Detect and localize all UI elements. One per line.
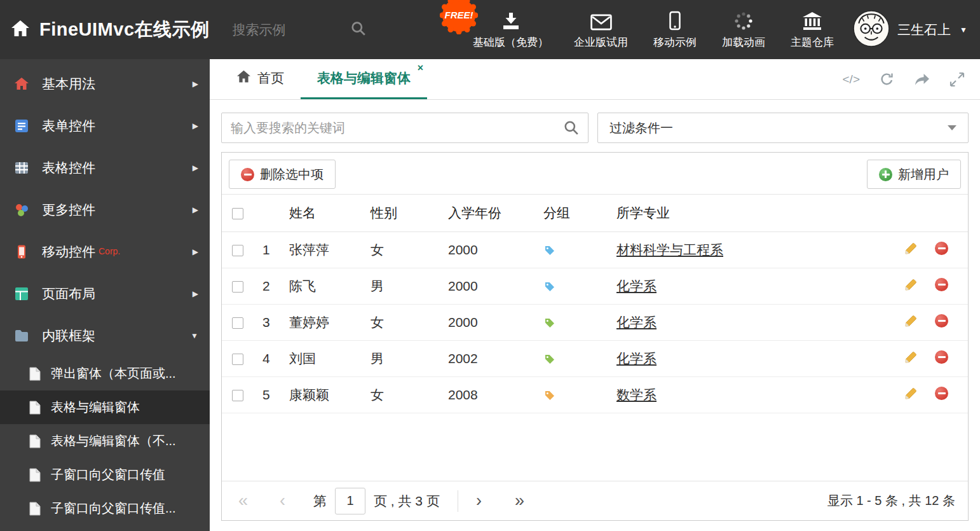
user-menu[interactable]: 三生石上 ▼: [853, 10, 967, 50]
cell-name: 康颖颖: [284, 377, 365, 413]
last-page-button[interactable]: »: [515, 492, 524, 509]
keyword-search: [221, 113, 589, 143]
header-search-input[interactable]: [233, 22, 322, 38]
page-number-group: 第 页 , 共 3 页: [313, 488, 440, 514]
share-icon[interactable]: [914, 72, 930, 86]
sidebar-subitem-label: 弹出窗体（本页面或...: [51, 365, 176, 382]
refresh-icon[interactable]: [879, 72, 895, 87]
prev-page-button[interactable]: ‹: [280, 492, 285, 509]
brand[interactable]: FineUIMvc在线示例: [10, 17, 210, 43]
row-checkbox[interactable]: [232, 354, 243, 365]
nav-enterprise-trial[interactable]: 企业版试用: [574, 10, 628, 50]
cell-name: 张萍萍: [284, 232, 365, 268]
major-link[interactable]: 材料科学与工程系: [616, 242, 723, 257]
search-icon[interactable]: [564, 120, 579, 135]
mobile-icon: [669, 10, 681, 31]
nav-basic-free[interactable]: FREE! 基础版（免费）: [473, 10, 548, 50]
home-icon: [10, 20, 31, 40]
sidebar-subitem-grid-edit-window-2[interactable]: 表格与编辑窗体（不...: [0, 424, 210, 458]
app-title: FineUIMvc在线示例: [39, 17, 210, 43]
top-header: FineUIMvc在线示例 FREE! 基础版（免费）: [0, 0, 980, 59]
edit-icon[interactable]: [904, 315, 917, 328]
page-number-input[interactable]: [335, 488, 365, 514]
delete-icon[interactable]: [935, 242, 948, 255]
layout-icon: [14, 286, 31, 301]
select-all-checkbox[interactable]: [232, 208, 243, 219]
filter-dropdown[interactable]: 过滤条件一: [597, 113, 969, 143]
next-page-button[interactable]: ›: [476, 492, 482, 509]
sidebar-item-label: 基本用法: [42, 75, 95, 93]
row-index: 4: [257, 341, 284, 377]
sidebar-item-mobile-controls[interactable]: 移动控件 Corp. ▶: [0, 231, 210, 273]
edit-icon[interactable]: [904, 279, 917, 291]
avatar: [853, 10, 890, 50]
delete-icon[interactable]: [935, 314, 948, 328]
column-header-group: 分组: [538, 195, 611, 232]
cell-gender: 男: [365, 268, 443, 305]
filter-dropdown-value: 过滤条件一: [609, 120, 673, 137]
major-link[interactable]: 化学系: [616, 315, 657, 329]
first-page-button[interactable]: «: [238, 492, 248, 509]
sidebar-subitem-grid-edit-window[interactable]: 表格与编辑窗体: [0, 390, 210, 424]
edit-icon[interactable]: [904, 242, 917, 255]
row-checkbox[interactable]: [232, 317, 243, 329]
tab-home[interactable]: 首页: [220, 59, 301, 99]
sidebar-item-label: 页面布局: [42, 285, 95, 303]
major-link[interactable]: 化学系: [616, 279, 657, 293]
grid-panel: 删除选中项 新增用户 姓名: [221, 152, 969, 521]
delete-selected-button[interactable]: 删除选中项: [229, 160, 336, 189]
sidebar-subitem-child-to-parent-2[interactable]: 子窗口向父窗口传值...: [0, 492, 210, 525]
sidebar-item-page-layout[interactable]: 页面布局 ▶: [0, 273, 210, 315]
delete-icon[interactable]: [935, 350, 948, 364]
edit-icon[interactable]: [904, 351, 917, 364]
tab-tools: </>: [843, 59, 965, 99]
tab-grid-edit-window[interactable]: 表格与编辑窗体 ×: [301, 59, 427, 99]
close-tab-icon[interactable]: ×: [418, 63, 423, 73]
row-checkbox[interactable]: [232, 245, 243, 256]
table-icon: [14, 160, 31, 176]
add-user-button[interactable]: 新增用户: [867, 160, 961, 189]
delete-icon[interactable]: [935, 387, 948, 400]
tag-icon: [543, 389, 556, 402]
sidebar-subitem-popup-window[interactable]: 弹出窗体（本页面或...: [0, 357, 210, 390]
major-link[interactable]: 化学系: [616, 351, 657, 366]
edit-icon[interactable]: [904, 387, 917, 400]
file-icon: [29, 367, 41, 381]
row-index: 3: [257, 305, 284, 341]
delete-icon[interactable]: [935, 278, 948, 291]
row-checkbox[interactable]: [232, 281, 243, 293]
tag-icon: [543, 280, 556, 293]
bank-icon: [802, 10, 822, 31]
cell-name: 刘国: [284, 341, 365, 377]
sidebar-item-more-controls[interactable]: 更多控件 ▶: [0, 189, 210, 231]
column-header-name: 姓名: [284, 195, 365, 232]
search-icon[interactable]: [351, 21, 366, 39]
main-content: 首页 表格与编辑窗体 × </>: [210, 59, 980, 531]
sidebar-item-form-controls[interactable]: 表单控件 ▶: [0, 105, 210, 147]
nav-mobile-demo[interactable]: 移动示例: [653, 10, 697, 50]
sidebar-subitem-label: 子窗口向父窗口传值...: [51, 500, 176, 517]
cell-gender: 女: [365, 377, 443, 413]
tab-bar: 首页 表格与编辑窗体 × </>: [210, 59, 980, 100]
panel-filler: [222, 413, 968, 481]
nav-theme-repo[interactable]: 主题仓库: [791, 10, 834, 50]
sidebar-item-basic-usage[interactable]: 基本用法 ▶: [0, 63, 210, 105]
row-checkbox[interactable]: [232, 390, 243, 401]
cell-name: 董婷婷: [284, 305, 365, 341]
chevron-right-icon: ▶: [193, 163, 198, 172]
username: 三生石上: [897, 21, 951, 39]
form-icon: [14, 118, 31, 134]
sidebar-item-grid-controls[interactable]: 表格控件 ▶: [0, 147, 210, 189]
keyword-input[interactable]: [231, 121, 564, 135]
major-link[interactable]: 数学系: [616, 387, 657, 402]
expand-icon[interactable]: [949, 72, 965, 87]
nav-loading-animation[interactable]: 加载动画: [722, 10, 765, 50]
sidebar-subitem-label: 子窗口向父窗口传值: [51, 466, 165, 483]
sidebar-subitem-label: 表格与编辑窗体: [51, 399, 140, 416]
nav-label: 移动示例: [653, 35, 697, 50]
row-index: 5: [257, 377, 284, 413]
source-code-icon[interactable]: </>: [843, 72, 860, 86]
sidebar-item-inline-frame[interactable]: 内联框架 ▼: [0, 315, 210, 357]
download-icon: [501, 10, 521, 31]
sidebar-subitem-child-to-parent[interactable]: 子窗口向父窗口传值: [0, 458, 210, 492]
